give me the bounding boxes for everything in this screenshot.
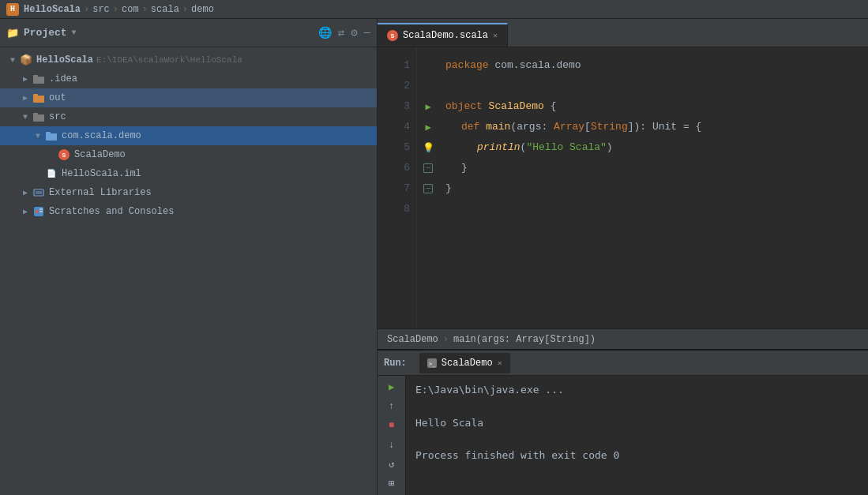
sidebar-title-label: Project [24, 27, 67, 39]
iml-icon: 📄 [44, 167, 58, 180]
tree-item-scala-demo[interactable]: S ScalaDemo [0, 145, 377, 164]
gutter-6[interactable]: − [417, 158, 439, 178]
tree-item-hello-scala[interactable]: 📦 HelloScala E:\IDEA\scalaWork\HelloScal… [0, 51, 377, 69]
code-line-3: object ScalaDemo { [439, 96, 868, 117]
code-editor[interactable]: 1 2 3 4 5 6 7 8 ▶ [378, 47, 868, 328]
svg-text:>_: >_ [429, 361, 436, 367]
breadcrumb-sep: › [443, 334, 449, 345]
fold-icon-7[interactable]: − [423, 184, 433, 193]
run-up-button[interactable]: ↑ [382, 399, 401, 415]
gutter-5[interactable]: 💡 [417, 137, 439, 158]
unit-type: Unit [652, 117, 683, 137]
settings-icon[interactable]: ⚙ [351, 26, 357, 39]
paren-open: ( [520, 137, 527, 158]
split-icon[interactable]: ⇄ [338, 26, 344, 39]
breadcrumb-src: src [92, 4, 110, 15]
bottom-tab-close[interactable]: ✕ [498, 358, 502, 368]
kw-def: def [461, 117, 486, 137]
run-down-button[interactable]: ↓ [382, 437, 401, 454]
console-icon: >_ [427, 358, 437, 368]
ln-4: 4 [378, 117, 416, 137]
fn-main: main [486, 117, 510, 137]
expand-arrow-out [19, 92, 32, 104]
run-pin-button[interactable]: ⊞ [382, 476, 401, 493]
code-line-7: } [439, 178, 868, 199]
kw-array: Array [554, 117, 584, 137]
args-colon: : [541, 117, 554, 137]
sidebar-title: 📁 Project ▼ [6, 27, 77, 39]
tree-item-iml[interactable]: 📄 HelloScala.iml [0, 164, 377, 183]
gutter-4[interactable]: ▶ [417, 117, 439, 137]
package-folder-icon [44, 129, 58, 142]
sidebar-tree: 📦 HelloScala E:\IDEA\scalaWork\HelloScal… [0, 47, 377, 495]
run-play-button[interactable]: ▶ [382, 379, 401, 396]
tree-item-com-scala-demo[interactable]: com.scala.demo [0, 126, 377, 145]
editor-breadcrumb: ScalaDemo › main(args: Array[String]) [378, 328, 868, 349]
tree-item-src[interactable]: src [0, 107, 377, 126]
bulb-icon[interactable]: 💡 [423, 142, 434, 154]
iml-label: HelloScala.iml [62, 168, 141, 179]
tree-item-ext-libs[interactable]: External Libraries [0, 183, 377, 202]
svg-rect-4 [33, 114, 44, 122]
gutter-area: ▶ ▶ 💡 − − [417, 47, 439, 328]
brace-close-inner: } [461, 158, 468, 178]
code-line-4: def main ( args : Array [ String ]) : Un… [439, 117, 868, 137]
brace-open: { [550, 96, 557, 117]
tab-close-button[interactable]: ✕ [493, 31, 498, 40]
gutter-7[interactable]: − [417, 178, 439, 199]
minimize-icon[interactable]: — [364, 26, 370, 39]
ext-libs-label: External Libraries [49, 187, 152, 198]
expand-arrow [6, 54, 19, 66]
code-line-5: println ( "Hello Scala" ) [439, 137, 868, 158]
kw-object: object [445, 96, 489, 117]
tree-item-scratches[interactable]: Scratches and Consoles [0, 202, 377, 221]
ln-7: 7 [378, 178, 416, 199]
console-line-4 [415, 431, 859, 448]
folder-icon: 📁 [6, 27, 19, 39]
gutter-3[interactable]: ▶ [417, 96, 439, 117]
bottom-tab-bar: Run: >_ ScalaDemo ✕ [378, 351, 868, 376]
svg-rect-2 [33, 96, 44, 103]
breadcrumb-method: main(args: Array[String]) [453, 334, 596, 345]
ln-1: 1 [378, 55, 416, 76]
str-hello: "Hello Scala" [526, 137, 606, 158]
tree-item-out[interactable]: out [0, 88, 377, 107]
out-label: out [49, 92, 66, 103]
expand-arrow-pkg [32, 129, 44, 142]
paren-close: ) [607, 137, 613, 158]
bottom-tab-scala-demo[interactable]: >_ ScalaDemo ✕ [419, 353, 510, 373]
pkg-name: com.scala.demo [494, 55, 581, 76]
run-stop-button[interactable]: ■ [382, 418, 401, 434]
args-open: ( [510, 117, 517, 137]
tab-scala-icon: S [387, 30, 398, 41]
run-rerun-button[interactable]: ↺ [382, 456, 401, 473]
src-label: src [49, 111, 66, 122]
sidebar: 📁 Project ▼ 🌐 ⇄ ⚙ — 📦 HelloScala E:\IDEA… [0, 19, 378, 495]
right-panel: S ScalaDemo.scala ✕ 1 2 3 4 5 6 7 8 [378, 19, 868, 495]
scratches-label: Scratches and Consoles [49, 206, 174, 217]
code-line-8 [439, 199, 868, 219]
dropdown-arrow[interactable]: ▼ [72, 28, 77, 37]
globe-icon[interactable]: 🌐 [318, 26, 332, 39]
obj-name: ScalaDemo [489, 96, 550, 117]
console-output: E:\Java\bin\java.exe ... Hello Scala Pro… [406, 376, 868, 495]
svg-rect-5 [33, 113, 38, 115]
folder-icon-src [32, 111, 46, 123]
svg-rect-7 [46, 132, 51, 134]
code-content[interactable]: package com.scala.demo object ScalaDemo … [439, 47, 868, 328]
gutter-8 [417, 199, 439, 219]
idea-label: .idea [49, 73, 77, 84]
expand-arrow-scratches [19, 205, 32, 218]
gutter-2 [417, 76, 439, 96]
tab-scala-demo[interactable]: S ScalaDemo.scala ✕ [378, 23, 508, 47]
tree-item-idea[interactable]: .idea [0, 69, 377, 88]
breadcrumb-demo: demo [191, 4, 214, 15]
sidebar-header: 📁 Project ▼ 🌐 ⇄ ⚙ — [0, 19, 377, 47]
fold-icon-6[interactable]: − [423, 163, 433, 173]
bottom-panel: Run: >_ ScalaDemo ✕ ▶ ↑ ■ ↓ ↺ ⊞ E:\Java [378, 349, 868, 495]
app-logo: H [6, 3, 19, 16]
run-gutter-arrow-4[interactable]: ▶ [425, 122, 430, 133]
ln-5: 5 [378, 137, 416, 158]
console-line-3: Hello Scala [415, 415, 859, 432]
run-gutter-arrow[interactable]: ▶ [425, 101, 430, 113]
